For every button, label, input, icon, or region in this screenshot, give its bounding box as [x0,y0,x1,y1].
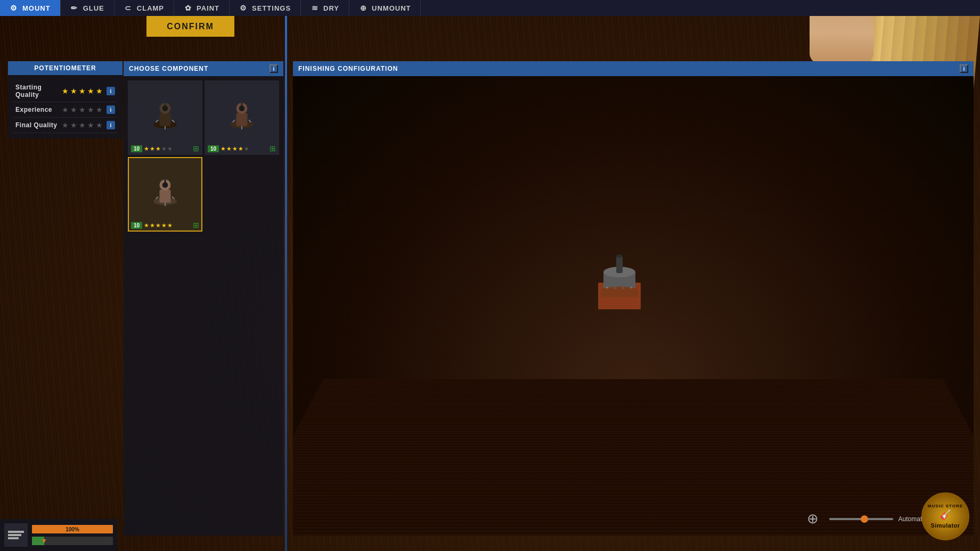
component-footer-1: 10 ★ ★ ★ ★ ★ ⊞ [129,143,201,154]
confirm-button[interactable]: CONFIRM [146,16,234,37]
component-img-2 [206,91,278,145]
left-panel: POTENTIOMETER Starting Quality ★ ★ ★ ★ ★… [8,61,123,138]
unmount-icon: ⊕ [359,4,368,12]
component-img-1 [129,91,201,145]
svg-point-4 [162,105,168,111]
nav-unmount[interactable]: ⊕ UNMOUNT [349,0,421,16]
experience-stars: ★ ★ ★ ★ ★ i [62,105,115,114]
final-quality-label: Final Quality [15,121,58,129]
component-item-2[interactable]: 10 ★ ★ ★ ★ ★ ⊞ [205,80,279,155]
experience-label: Experience [15,106,52,113]
svg-rect-17 [160,190,171,203]
progress-bar-track: 100% [32,525,113,533]
svg-point-29 [616,254,623,258]
bottom-bar: 100% ▼ [0,519,117,551]
svg-point-20 [162,182,168,188]
starting-quality-row: Starting Quality ★ ★ ★ ★ ★ i [13,80,117,102]
nav-mount[interactable]: ⚙ MOUNT [0,0,61,16]
energy-marker: ▼ [41,537,47,545]
potentiometer-body: Starting Quality ★ ★ ★ ★ ★ i Experience … [8,75,123,138]
exp-star-1: ★ [62,105,69,114]
bottom-tool-icon [4,523,28,547]
fq-star-3: ★ [79,121,86,129]
nav-settings[interactable]: ⚙ SETTINGS [230,0,301,16]
fq-star-1: ★ [62,121,69,129]
comp1-stars: ★ ★ ★ ★ ★ [144,145,173,152]
nav-paint[interactable]: ✿ PAINT [174,0,230,16]
nav-dry-label: DRY [323,4,339,12]
logo-text-main: Simulator [930,522,960,529]
pot-svg-3 [146,176,184,213]
tool-icon-svg [8,529,24,541]
component-item-1[interactable]: 10 ★ ★ ★ ★ ★ ⊞ [128,80,202,155]
comp2-count: 10 [208,145,219,152]
component-footer-3: 10 ★ ★ ★ ★ ★ ⊞ [129,220,201,231]
nav-settings-label: SETTINGS [252,4,291,12]
paint-icon: ✿ [184,4,192,12]
potentiometer-header: POTENTIOMETER [8,61,123,75]
star-1: ★ [62,87,69,95]
progress-bars: 100% ▼ [32,525,113,545]
nav-paint-label: PAINT [197,4,219,12]
svg-rect-28 [616,256,623,273]
component-item-3[interactable]: 10 ★ ★ ★ ★ ★ ⊞ [128,157,202,232]
exp-star-3: ★ [79,105,86,114]
nav-clamp[interactable]: ⊂ CLAMP [115,0,174,16]
finishing-panel-body: ⊕ Automatic Rotation [293,76,974,536]
exp-star-4: ★ [87,105,94,114]
finishing-panel: FINISHING CONFIGURATION i [293,61,974,538]
logo-icon: 🎸 [940,509,952,521]
comp3-count: 10 [131,222,142,229]
glue-icon: ✏ [70,4,79,12]
star-5: ★ [96,87,103,95]
potentiometer-3d [587,251,651,315]
star-2: ★ [70,87,77,95]
comp2-check: ⊞ [270,144,276,153]
panel-separator [285,0,287,551]
star-4: ★ [87,87,94,95]
finishing-panel-info[interactable]: i [960,64,968,73]
component-img-3 [129,167,201,221]
rotation-slider[interactable] [829,518,893,520]
nav-clamp-label: CLAMP [137,4,164,12]
component-footer-2: 10 ★ ★ ★ ★ ★ ⊞ [206,143,278,154]
nav-mount-label: MOUNT [22,4,51,12]
svg-rect-38 [8,537,19,539]
svg-point-12 [239,105,245,111]
component-panel-info[interactable]: i [270,64,278,73]
nav-glue[interactable]: ✏ GLUE [61,0,115,16]
slider-thumb [861,515,868,523]
svg-rect-36 [8,531,24,533]
settings-icon: ⚙ [239,4,248,12]
starting-quality-label: Starting Quality [15,84,62,98]
comp2-stars: ★ ★ ★ ★ ★ [220,145,249,152]
nav-glue-label: GLUE [83,4,104,12]
starting-quality-stars: ★ ★ ★ ★ ★ i [62,87,115,95]
fq-star-5: ★ [96,121,103,129]
clamp-icon: ⊂ [124,4,133,12]
logo-circle: MUSIC STORE 🎸 Simulator [921,492,969,540]
rotation-move-icon[interactable]: ⊕ [807,511,824,528]
nav-dry[interactable]: ≋ DRY [301,0,349,16]
fq-star-2: ★ [70,121,77,129]
comp3-stars: ★ ★ ★ ★ ★ [144,222,173,229]
energy-bar-track: ▼ [32,537,113,545]
pot-3d-svg [587,251,651,315]
comp3-check: ⊞ [193,221,199,229]
finishing-panel-header: FINISHING CONFIGURATION i [293,61,974,76]
final-quality-info[interactable]: i [107,121,115,129]
star-3: ★ [79,87,86,95]
fq-star-4: ★ [87,121,94,129]
nav-unmount-label: UNMOUNT [372,4,411,12]
experience-info[interactable]: i [107,105,115,114]
svg-rect-35 [601,289,638,297]
starting-quality-info[interactable]: i [107,87,115,95]
svg-rect-9 [236,113,248,126]
top-navigation: ⚙ MOUNT ✏ GLUE ⊂ CLAMP ✿ PAINT ⚙ SETTING… [0,0,980,16]
logo-text-top: MUSIC STORE [928,504,963,509]
svg-rect-1 [160,113,171,126]
final-quality-row: Final Quality ★ ★ ★ ★ ★ i [13,118,117,133]
component-panel-body: 10 ★ ★ ★ ★ ★ ⊞ [124,76,283,536]
3d-view[interactable]: ⊕ Automatic Rotation [293,76,974,536]
pot-svg-2 [223,99,260,136]
